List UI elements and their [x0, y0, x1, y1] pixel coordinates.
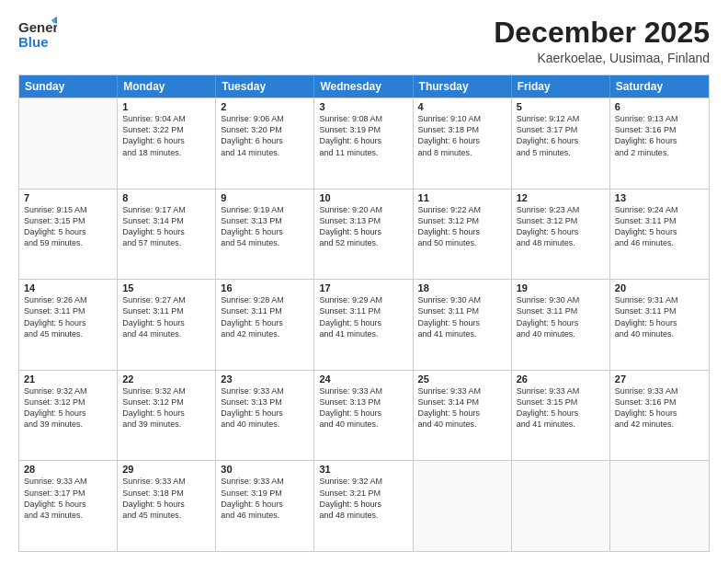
day-11: 11Sunrise: 9:22 AMSunset: 3:12 PMDayligh…: [414, 190, 512, 280]
day-number-10: 10: [319, 192, 407, 203]
day-number-9: 9: [221, 192, 309, 203]
day-number-31: 31: [319, 464, 407, 475]
day-info-19: Sunrise: 9:30 AMSunset: 3:11 PMDaylight:…: [517, 294, 605, 339]
day-number-7: 7: [24, 192, 112, 203]
day-number-28: 28: [24, 464, 112, 475]
day-30: 30Sunrise: 9:33 AMSunset: 3:19 PMDayligh…: [216, 461, 314, 551]
week-row-5: 28Sunrise: 9:33 AMSunset: 3:17 PMDayligh…: [19, 460, 709, 551]
day-number-8: 8: [122, 192, 210, 203]
day-number-5: 5: [517, 101, 605, 112]
day-info-21: Sunrise: 9:32 AMSunset: 3:12 PMDaylight:…: [24, 385, 112, 431]
day-28: 28Sunrise: 9:33 AMSunset: 3:17 PMDayligh…: [19, 461, 118, 551]
logo-general-text: General: [18, 19, 57, 35]
header: General Blue December 2025 Kaerkoelae, U…: [18, 17, 710, 65]
empty-cell-4-5: [512, 461, 610, 551]
day-number-1: 1: [122, 101, 210, 112]
day-23: 23Sunrise: 9:33 AMSunset: 3:13 PMDayligh…: [216, 371, 314, 461]
calendar-body: 1Sunrise: 9:04 AMSunset: 3:22 PMDaylight…: [19, 98, 709, 551]
day-13: 13Sunrise: 9:24 AMSunset: 3:11 PMDayligh…: [610, 190, 709, 280]
day-26: 26Sunrise: 9:33 AMSunset: 3:15 PMDayligh…: [512, 371, 610, 461]
day-info-20: Sunrise: 9:31 AMSunset: 3:11 PMDaylight:…: [615, 294, 704, 339]
day-29: 29Sunrise: 9:33 AMSunset: 3:18 PMDayligh…: [118, 461, 216, 551]
month-title: December 2025: [494, 17, 710, 49]
day-number-22: 22: [122, 373, 210, 385]
day-info-24: Sunrise: 9:33 AMSunset: 3:13 PMDaylight:…: [319, 385, 407, 431]
day-number-23: 23: [221, 373, 309, 385]
day-5: 5Sunrise: 9:12 AMSunset: 3:17 PMDaylight…: [512, 98, 610, 189]
logo: General Blue: [18, 17, 61, 55]
week-row-2: 7Sunrise: 9:15 AMSunset: 3:15 PMDaylight…: [19, 189, 709, 280]
weekday-friday: Friday: [512, 75, 610, 98]
weekday-monday: Monday: [118, 75, 216, 98]
day-19: 19Sunrise: 9:30 AMSunset: 3:11 PMDayligh…: [512, 280, 610, 370]
day-info-17: Sunrise: 9:29 AMSunset: 3:11 PMDaylight:…: [319, 294, 407, 339]
day-info-3: Sunrise: 9:08 AMSunset: 3:19 PMDaylight:…: [319, 113, 407, 158]
day-number-21: 21: [24, 373, 112, 385]
day-number-13: 13: [615, 192, 704, 203]
day-8: 8Sunrise: 9:17 AMSunset: 3:14 PMDaylight…: [118, 190, 216, 280]
empty-cell-4-6: [610, 461, 709, 551]
day-number-3: 3: [319, 101, 407, 112]
weekday-tuesday: Tuesday: [216, 75, 314, 98]
day-20: 20Sunrise: 9:31 AMSunset: 3:11 PMDayligh…: [610, 280, 709, 370]
day-info-31: Sunrise: 9:32 AMSunset: 3:21 PMDaylight:…: [319, 476, 407, 521]
day-number-16: 16: [221, 282, 309, 293]
day-number-17: 17: [319, 282, 407, 293]
day-17: 17Sunrise: 9:29 AMSunset: 3:11 PMDayligh…: [314, 280, 413, 370]
day-number-18: 18: [418, 282, 506, 293]
day-info-10: Sunrise: 9:20 AMSunset: 3:13 PMDaylight:…: [319, 204, 407, 249]
week-row-4: 21Sunrise: 9:32 AMSunset: 3:12 PMDayligh…: [19, 370, 709, 461]
day-info-15: Sunrise: 9:27 AMSunset: 3:11 PMDaylight:…: [122, 294, 210, 339]
day-31: 31Sunrise: 9:32 AMSunset: 3:21 PMDayligh…: [314, 461, 413, 551]
day-1: 1Sunrise: 9:04 AMSunset: 3:22 PMDaylight…: [118, 98, 216, 189]
day-info-14: Sunrise: 9:26 AMSunset: 3:11 PMDaylight:…: [24, 294, 112, 339]
day-9: 9Sunrise: 9:19 AMSunset: 3:13 PMDaylight…: [216, 190, 314, 280]
day-27: 27Sunrise: 9:33 AMSunset: 3:16 PMDayligh…: [610, 371, 709, 461]
day-number-27: 27: [615, 373, 704, 385]
day-info-23: Sunrise: 9:33 AMSunset: 3:13 PMDaylight:…: [221, 385, 309, 431]
day-info-26: Sunrise: 9:33 AMSunset: 3:15 PMDaylight:…: [517, 385, 605, 431]
weekday-sunday: Sunday: [19, 75, 118, 98]
day-info-8: Sunrise: 9:17 AMSunset: 3:14 PMDaylight:…: [122, 204, 210, 249]
day-15: 15Sunrise: 9:27 AMSunset: 3:11 PMDayligh…: [118, 280, 216, 370]
day-info-12: Sunrise: 9:23 AMSunset: 3:12 PMDaylight:…: [517, 204, 605, 249]
empty-cell-4-4: [414, 461, 512, 551]
day-6: 6Sunrise: 9:13 AMSunset: 3:16 PMDaylight…: [610, 98, 709, 189]
day-number-11: 11: [418, 192, 506, 203]
day-12: 12Sunrise: 9:23 AMSunset: 3:12 PMDayligh…: [512, 190, 610, 280]
day-10: 10Sunrise: 9:20 AMSunset: 3:13 PMDayligh…: [314, 190, 413, 280]
day-number-29: 29: [122, 464, 210, 475]
location-title: Kaerkoelae, Uusimaa, Finland: [494, 51, 710, 65]
day-info-29: Sunrise: 9:33 AMSunset: 3:18 PMDaylight:…: [122, 476, 210, 521]
day-info-28: Sunrise: 9:33 AMSunset: 3:17 PMDaylight:…: [24, 476, 112, 521]
day-info-27: Sunrise: 9:33 AMSunset: 3:16 PMDaylight:…: [615, 385, 704, 431]
day-24: 24Sunrise: 9:33 AMSunset: 3:13 PMDayligh…: [314, 371, 413, 461]
logo-blue-text: Blue: [18, 34, 49, 50]
day-number-19: 19: [517, 282, 605, 293]
day-number-4: 4: [418, 101, 506, 112]
day-info-5: Sunrise: 9:12 AMSunset: 3:17 PMDaylight:…: [517, 113, 605, 158]
week-row-3: 14Sunrise: 9:26 AMSunset: 3:11 PMDayligh…: [19, 279, 709, 370]
day-number-26: 26: [517, 373, 605, 385]
day-16: 16Sunrise: 9:28 AMSunset: 3:11 PMDayligh…: [216, 280, 314, 370]
day-number-2: 2: [221, 101, 309, 112]
day-7: 7Sunrise: 9:15 AMSunset: 3:15 PMDaylight…: [19, 190, 118, 280]
page: General Blue December 2025 Kaerkoelae, U…: [0, 0, 728, 563]
weekday-saturday: Saturday: [610, 75, 709, 98]
calendar-header: SundayMondayTuesdayWednesdayThursdayFrid…: [19, 75, 709, 98]
day-info-4: Sunrise: 9:10 AMSunset: 3:18 PMDaylight:…: [418, 113, 506, 158]
day-3: 3Sunrise: 9:08 AMSunset: 3:19 PMDaylight…: [314, 98, 413, 189]
day-18: 18Sunrise: 9:30 AMSunset: 3:11 PMDayligh…: [414, 280, 512, 370]
day-info-25: Sunrise: 9:33 AMSunset: 3:14 PMDaylight:…: [418, 385, 506, 431]
empty-cell-0-0: [19, 98, 118, 189]
day-number-24: 24: [319, 373, 407, 385]
day-number-15: 15: [122, 282, 210, 293]
day-number-25: 25: [418, 373, 506, 385]
day-22: 22Sunrise: 9:32 AMSunset: 3:12 PMDayligh…: [118, 371, 216, 461]
day-number-20: 20: [615, 282, 704, 293]
day-25: 25Sunrise: 9:33 AMSunset: 3:14 PMDayligh…: [414, 371, 512, 461]
day-4: 4Sunrise: 9:10 AMSunset: 3:18 PMDaylight…: [414, 98, 512, 189]
week-row-1: 1Sunrise: 9:04 AMSunset: 3:22 PMDaylight…: [19, 98, 709, 189]
calendar: SundayMondayTuesdayWednesdayThursdayFrid…: [18, 75, 710, 552]
day-21: 21Sunrise: 9:32 AMSunset: 3:12 PMDayligh…: [19, 371, 118, 461]
